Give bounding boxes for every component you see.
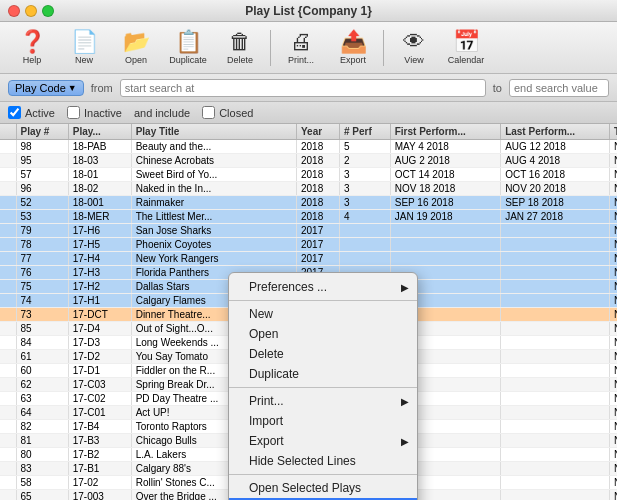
context-menu-label-open_selected: Open Selected Plays [249,481,361,495]
toolbar-separator [270,30,271,66]
view-icon: 👁 [403,31,425,53]
search-to-input[interactable] [509,79,609,97]
print-icon: 🖨 [290,31,312,53]
active-label: Active [25,107,55,119]
maximize-button[interactable] [42,5,54,17]
search-to-label: to [493,82,502,94]
context-menu-overlay: Preferences ...▶NewOpenDeleteDuplicatePr… [0,124,617,500]
calendar-icon: 📅 [453,31,480,53]
delete-button[interactable]: 🗑 Delete [216,26,264,70]
open-button[interactable]: 📂 Open [112,26,160,70]
context-menu-item-open_selected[interactable]: Open Selected Plays [229,478,417,498]
export-label: Export [340,55,366,65]
active-checkbox[interactable] [8,106,21,119]
search-label-text: Play Code [15,82,66,94]
context-menu-item-duplicate[interactable]: Duplicate [229,364,417,384]
inactive-checkbox[interactable] [67,106,80,119]
context-menu-label-preferences: Preferences ... [249,280,327,294]
window-title: Play List {Company 1} [245,4,372,18]
toolbar-separator-2 [383,30,384,66]
context-menu-label-import: Import [249,414,283,428]
inactive-filter[interactable]: Inactive [67,106,122,119]
print-button[interactable]: 🖨 Print... [277,26,325,70]
help-label: Help [23,55,42,65]
print-label: Print... [288,55,314,65]
help-icon: ❓ [19,31,46,53]
context-menu-item-import[interactable]: Import [229,411,417,431]
context-menu-label-export: Export [249,434,284,448]
new-label: New [75,55,93,65]
search-from-input[interactable] [120,79,486,97]
view-label: View [404,55,423,65]
context-menu-label-new: New [249,307,273,321]
duplicate-icon: 📋 [175,31,202,53]
view-button[interactable]: 👁 View [390,26,438,70]
search-label-dropdown[interactable]: Play Code ▼ [8,80,84,96]
context-menu-item-open[interactable]: Open [229,324,417,344]
delete-icon: 🗑 [229,31,251,53]
context-menu-item-new[interactable]: New [229,304,417,324]
minimize-button[interactable] [25,5,37,17]
duplicate-button[interactable]: 📋 Duplicate [164,26,212,70]
context-menu-separator [229,387,417,388]
window-buttons [8,5,54,17]
submenu-arrow-icon: ▶ [401,396,409,407]
help-button[interactable]: ❓ Help [8,26,56,70]
context-menu-separator [229,300,417,301]
export-button[interactable]: 📤 Export [329,26,377,70]
search-from-label: from [91,82,113,94]
title-bar: Play List {Company 1} [0,0,617,22]
context-menu: Preferences ...▶NewOpenDeleteDuplicatePr… [228,272,418,500]
context-menu-item-print[interactable]: Print...▶ [229,391,417,411]
delete-label: Delete [227,55,253,65]
submenu-arrow-icon: ▶ [401,436,409,447]
closed-filter[interactable]: Closed [202,106,253,119]
chevron-down-icon: ▼ [68,83,77,93]
open-icon: 📂 [123,31,150,53]
context-menu-item-hide_selected[interactable]: Hide Selected Lines [229,451,417,471]
search-bar: Play Code ▼ from to [0,74,617,102]
context-menu-item-delete[interactable]: Delete [229,344,417,364]
submenu-arrow-icon: ▶ [401,282,409,293]
toolbar: ❓ Help 📄 New 📂 Open 📋 Duplicate 🗑 Delete… [0,22,617,74]
table-wrapper: Play # Play... Play Title Year # Perf Fi… [0,124,617,500]
export-icon: 📤 [340,31,367,53]
context-menu-label-hide_selected: Hide Selected Lines [249,454,356,468]
calendar-button[interactable]: 📅 Calendar [442,26,490,70]
context-menu-label-delete: Delete [249,347,284,361]
new-icon: 📄 [71,31,98,53]
context-menu-separator [229,474,417,475]
context-menu-label-duplicate: Duplicate [249,367,299,381]
context-menu-item-export[interactable]: Export▶ [229,431,417,451]
close-button[interactable] [8,5,20,17]
closed-checkbox[interactable] [202,106,215,119]
active-filter[interactable]: Active [8,106,55,119]
inactive-label: Inactive [84,107,122,119]
duplicate-label: Duplicate [169,55,207,65]
and-include-text: and include [134,107,190,119]
context-menu-label-open: Open [249,327,278,341]
calendar-label: Calendar [448,55,485,65]
closed-label: Closed [219,107,253,119]
context-menu-item-preferences[interactable]: Preferences ...▶ [229,277,417,297]
new-button[interactable]: 📄 New [60,26,108,70]
context-menu-label-print: Print... [249,394,284,408]
filter-row: Active Inactive and include Closed [0,102,617,124]
open-label: Open [125,55,147,65]
